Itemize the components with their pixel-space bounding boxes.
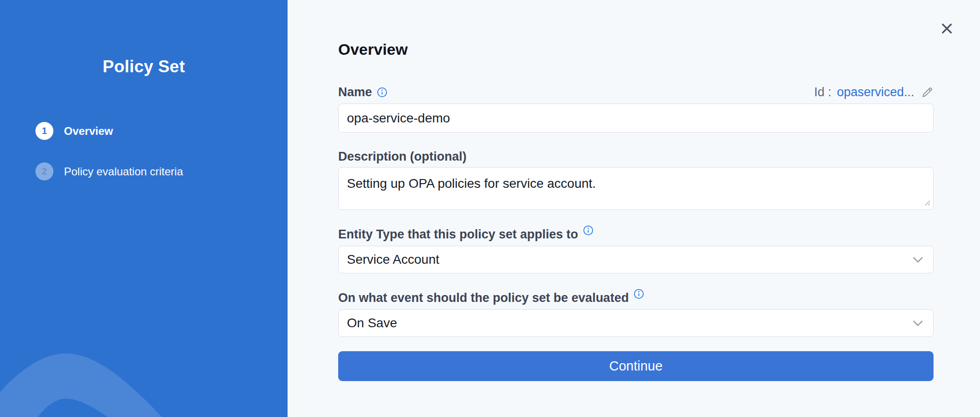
info-icon[interactable] <box>634 289 644 299</box>
step-label: Overview <box>64 125 113 138</box>
continue-button[interactable]: Continue <box>338 351 934 381</box>
event-label: On what event should the policy set be e… <box>338 290 934 306</box>
entity-type-select[interactable]: Service Account <box>338 246 934 273</box>
step-list: 1 Overview 2 Policy evaluation criteria <box>35 122 183 180</box>
policy-set-dialog: { "colors": { "sidebar_blue": "#2e72d0",… <box>0 0 980 417</box>
sidebar-title: Policy Set <box>0 57 288 76</box>
event-select[interactable]: On Save <box>338 309 934 337</box>
info-icon[interactable] <box>377 87 387 98</box>
name-label: Name <box>338 85 387 100</box>
overview-panel: Overview Name Id : opaserviced... <box>288 0 980 417</box>
description-textarea[interactable]: Setting up OPA policies for service acco… <box>338 167 934 210</box>
step-label: Policy evaluation criteria <box>64 165 183 178</box>
panel-title: Overview <box>338 0 934 59</box>
step-number-badge: 2 <box>35 162 53 180</box>
sidebar: Policy Set 1 Overview 2 Policy evaluatio… <box>0 0 288 417</box>
step-policy-evaluation-criteria[interactable]: 2 Policy evaluation criteria <box>35 162 183 180</box>
close-button[interactable] <box>940 22 954 35</box>
entity-type-select-value: Service Account <box>347 252 439 267</box>
description-label: Description (optional) <box>338 149 934 164</box>
id-row: Id : opaserviced... <box>814 85 934 100</box>
edit-icon[interactable] <box>921 86 934 99</box>
info-icon[interactable] <box>583 225 594 236</box>
step-number-badge: 1 <box>35 122 53 140</box>
name-label-row: Name Id : opaserviced... <box>338 85 934 100</box>
event-select-value: On Save <box>347 316 397 330</box>
description-field: Setting up OPA policies for service acco… <box>338 167 934 210</box>
entity-type-label: Entity Type that this policy set applies… <box>338 227 934 242</box>
name-input[interactable] <box>338 104 934 133</box>
chevron-down-icon <box>913 257 923 263</box>
id-prefix: Id : <box>814 85 831 100</box>
policy-set-form: Overview Name Id : opaserviced... <box>338 0 934 381</box>
chevron-down-icon <box>913 320 923 326</box>
close-icon <box>940 22 954 35</box>
id-value-link[interactable]: opaserviced... <box>837 85 914 100</box>
step-overview[interactable]: 1 Overview <box>35 122 183 140</box>
